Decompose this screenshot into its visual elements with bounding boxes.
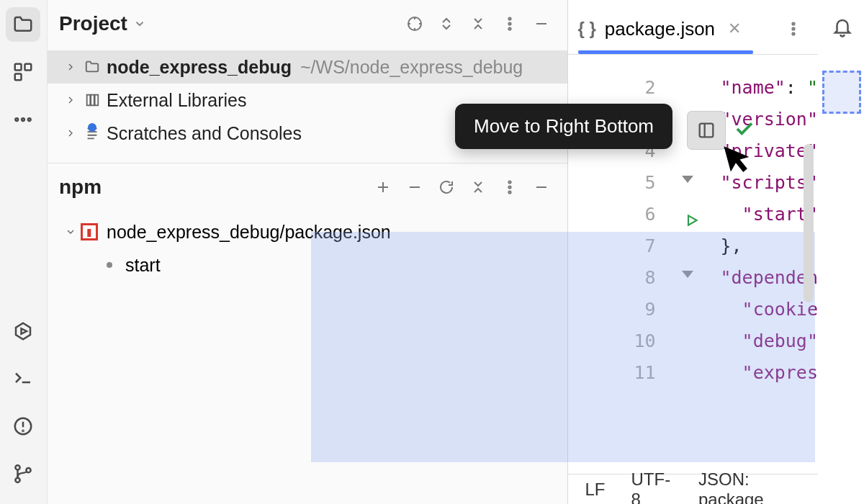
expand-arrow[interactable] (60, 61, 81, 73)
status-line-separator[interactable]: LF (585, 480, 606, 500)
tool-window-bar (0, 0, 48, 504)
npm-collapse-button[interactable] (464, 173, 492, 202)
npm-panel: npm node_express_debug/package.json star… (48, 163, 567, 504)
svg-rect-0 (15, 64, 22, 71)
fold-toggle-icon[interactable] (682, 176, 693, 183)
run-gutter-icon[interactable] (685, 206, 699, 238)
select-opened-file-button[interactable] (400, 9, 429, 38)
collapse-arrow[interactable] (60, 226, 81, 238)
npm-options-button[interactable] (495, 173, 524, 202)
chevron-down-icon (65, 226, 76, 238)
expand-icon (438, 15, 455, 32)
expand-arrow[interactable] (60, 127, 81, 139)
fold-toggle-icon[interactable] (682, 271, 693, 278)
editor-tab-label: package.json (605, 18, 715, 40)
project-tree[interactable]: node_express_debug ~/WS/node_express_deb… (48, 48, 567, 163)
move-tool-window-button[interactable] (688, 112, 725, 149)
structure-tool-button[interactable] (6, 55, 40, 89)
folder-icon (81, 59, 104, 75)
npm-refresh-button[interactable] (432, 173, 461, 202)
notifications-button[interactable] (828, 13, 857, 42)
scratches-icon (81, 125, 104, 141)
gutter-line[interactable]: 4 (568, 135, 656, 167)
status-encoding[interactable]: UTF-8 (631, 469, 672, 505)
npm-file-label: node_express_debug/package.json (107, 222, 391, 243)
code-line[interactable]: "debug" (721, 325, 819, 357)
gutter-line[interactable]: 6 (568, 199, 656, 230)
expand-all-button[interactable] (432, 9, 461, 38)
tree-root-label: node_express_debug (107, 57, 292, 78)
gutter-line[interactable]: 11 (568, 357, 656, 389)
code-line[interactable]: "name": " (721, 72, 819, 104)
gutter-line[interactable]: 9 (568, 294, 656, 325)
svg-rect-17 (87, 95, 91, 106)
panel-options-button[interactable] (495, 9, 524, 38)
svg-rect-27 (700, 124, 714, 138)
inspection-ok-indicator[interactable] (734, 118, 755, 143)
project-tool-button[interactable] (6, 7, 40, 42)
close-tab-button[interactable]: ✕ (728, 19, 741, 38)
npm-file-node[interactable]: node_express_debug/package.json (48, 215, 567, 248)
plus-icon (374, 179, 392, 196)
svg-rect-2 (15, 74, 22, 81)
folder-icon (12, 14, 34, 35)
minimize-icon (533, 179, 550, 196)
editor-scrollbar[interactable] (804, 144, 814, 302)
svg-point-21 (508, 186, 510, 188)
gutter-line[interactable]: 10 (568, 325, 656, 357)
npm-add-button[interactable] (369, 173, 397, 202)
npm-hide-button[interactable] (527, 173, 556, 202)
chevron-right-icon (65, 61, 76, 73)
editor-tab-options[interactable] (779, 14, 808, 43)
svg-point-20 (508, 181, 510, 183)
gutter-line[interactable]: 8 (568, 262, 656, 294)
problems-tool-button[interactable] (6, 409, 40, 444)
npm-script-label: start (125, 255, 161, 276)
svg-point-14 (508, 17, 510, 19)
tree-root-item[interactable]: node_express_debug ~/WS/node_express_deb… (48, 50, 567, 84)
editor-floating-actions (688, 112, 755, 149)
kebab-icon (501, 179, 518, 196)
gutter-line[interactable]: 2 (568, 72, 656, 104)
gutter-line[interactable]: 7 (568, 230, 656, 262)
tree-external-libraries[interactable]: External Libraries (48, 84, 567, 117)
svg-rect-1 (25, 64, 32, 71)
terminal-tool-button[interactable] (6, 361, 40, 396)
svg-point-25 (792, 32, 794, 35)
chevron-right-icon (65, 127, 76, 139)
project-panel-header: Project (48, 0, 567, 48)
run-hex-icon (12, 320, 34, 342)
terminal-icon (12, 368, 34, 390)
npm-panel-header: npm (48, 163, 567, 211)
svg-point-24 (792, 27, 794, 30)
kebab-icon (785, 20, 802, 37)
tree-scratches[interactable]: Scratches and Consoles (48, 117, 567, 150)
right-bar (818, 0, 864, 504)
more-tool-button[interactable] (6, 102, 40, 137)
svg-rect-19 (95, 95, 99, 106)
hide-panel-button[interactable] (527, 9, 556, 38)
expand-arrow[interactable] (60, 94, 81, 106)
ellipsis-icon (12, 109, 34, 130)
tree-root-path: ~/WS/node_express_debug (300, 57, 523, 78)
problems-icon (12, 415, 34, 437)
target-icon (406, 15, 423, 32)
gutter-line[interactable]: 5 (568, 167, 656, 199)
vcs-tool-button[interactable] (6, 456, 40, 491)
collapse-all-button[interactable] (464, 9, 492, 38)
svg-point-5 (28, 118, 31, 121)
svg-point-22 (508, 191, 510, 193)
run-tool-button[interactable] (6, 314, 40, 348)
npm-remove-button[interactable] (400, 173, 429, 202)
editor-tab[interactable]: { } package.json ✕ (578, 18, 742, 40)
status-language[interactable]: JSON: package (698, 469, 801, 505)
svg-point-23 (792, 22, 794, 24)
npm-script-item[interactable]: start (48, 248, 567, 282)
svg-point-12 (27, 468, 31, 472)
editor-gutter[interactable]: 234567891011 (568, 63, 670, 474)
project-view-switcher[interactable] (133, 17, 146, 30)
refresh-icon (438, 179, 455, 196)
collapse-icon (469, 15, 487, 32)
code-line[interactable]: "expres (721, 357, 819, 389)
gutter-line[interactable]: 3 (568, 104, 656, 135)
